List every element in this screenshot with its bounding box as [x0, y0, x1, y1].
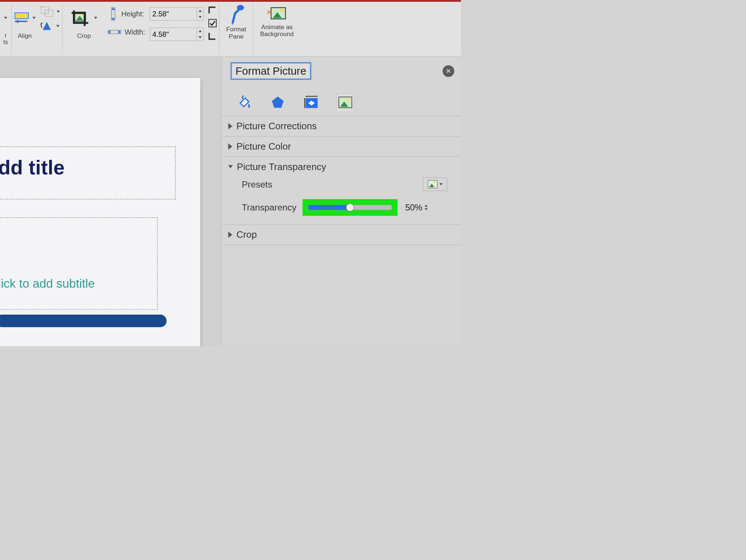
svg-point-18: [280, 9, 283, 12]
expand-icon: [228, 143, 232, 150]
align-label: Align: [18, 32, 32, 40]
transparency-label: Transparency: [242, 202, 298, 213]
transparency-value[interactable]: 50%: [405, 203, 422, 213]
slide-canvas[interactable]: dd title lick to add subtitle: [0, 78, 200, 346]
crop-label: Crop: [77, 32, 91, 40]
picture-icon: [338, 96, 352, 108]
lock-aspect-checkbox[interactable]: [208, 19, 216, 27]
height-input[interactable]: 2.58": [150, 7, 204, 21]
picture-transparency-header[interactable]: Picture Transparency: [228, 161, 454, 172]
animate-background-label: Animate as Background: [260, 23, 294, 38]
ribbon-picture-format: r ts Align: [0, 2, 461, 57]
expand-icon: [228, 232, 232, 238]
paint-bucket-icon: [236, 95, 252, 110]
subtitle-placeholder-text: lick to add subtitle: [0, 277, 95, 290]
picture-color-section[interactable]: Picture Color: [221, 137, 461, 157]
align-icon: [14, 12, 29, 24]
rotate-dropdown[interactable]: [40, 19, 59, 33]
picture-transparency-label: Picture Transparency: [237, 161, 326, 172]
collapse-icon: [228, 165, 233, 169]
crop-icon: [71, 9, 91, 27]
width-value: 4.58": [152, 30, 169, 39]
svg-point-31: [433, 182, 435, 184]
picture-transparency-section: Picture Transparency Presets Transparenc…: [221, 157, 461, 225]
group-dropdown[interactable]: [40, 4, 60, 19]
crop-section[interactable]: Crop: [221, 225, 461, 245]
subtitle-placeholder[interactable]: lick to add subtitle: [0, 217, 158, 309]
transparency-slider[interactable]: [309, 205, 392, 210]
svg-rect-0: [15, 13, 28, 19]
height-value: 2.58": [152, 10, 169, 18]
picture-corrections-label: Picture Corrections: [236, 121, 317, 132]
svg-rect-15: [209, 19, 216, 27]
width-input[interactable]: 4.58": [150, 27, 204, 41]
crop-dropdown[interactable]: Crop: [63, 4, 105, 56]
svg-marker-4: [43, 22, 51, 30]
size-tab[interactable]: [303, 93, 321, 111]
slide-area: dd title lick to add subtitle: [0, 58, 221, 346]
title-placeholder[interactable]: dd title: [0, 146, 176, 199]
format-pane-label: Format Pane: [226, 25, 246, 40]
transparency-spinner[interactable]: [425, 205, 428, 210]
crop-section-label: Crop: [236, 229, 257, 240]
group-icon: [40, 6, 54, 17]
format-pane-button[interactable]: Format Pane: [219, 4, 253, 56]
reorder-label-1: r: [5, 32, 7, 39]
reorder-label-2: ts: [3, 39, 8, 46]
picture-corrections-section[interactable]: Picture Corrections: [221, 117, 461, 137]
corner-bottom-icon: [208, 32, 216, 40]
effects-tab[interactable]: [269, 93, 287, 111]
picture-tab[interactable]: [336, 93, 354, 111]
fill-tab[interactable]: [235, 93, 253, 111]
height-icon: [109, 7, 118, 21]
width-icon: [107, 27, 121, 36]
animate-background-button[interactable]: Animate as Background: [253, 4, 300, 56]
svg-marker-1: [15, 20, 19, 23]
svg-marker-20: [267, 10, 271, 14]
format-pane-tabs: [221, 84, 461, 116]
svg-point-28: [347, 98, 349, 101]
format-pane: Format Picture Picture Corrections Pictu…: [221, 58, 461, 346]
corner-top-icon: [208, 6, 216, 14]
title-placeholder-text: dd title: [0, 156, 64, 179]
close-pane-button[interactable]: [443, 65, 454, 77]
picture-color-label: Picture Color: [236, 141, 291, 152]
svg-marker-21: [272, 96, 284, 108]
svg-point-16: [237, 5, 244, 11]
rotate-icon: [40, 21, 53, 31]
decorative-bar: [0, 315, 166, 327]
expand-icon: [228, 123, 232, 129]
transparency-slider-highlight: [303, 199, 398, 216]
format-pane-icon: [228, 4, 244, 25]
animate-background-icon: [266, 4, 288, 22]
size-properties-icon: [303, 95, 320, 110]
width-label: Width:: [125, 28, 145, 36]
format-pane-title: Format Picture: [231, 62, 311, 80]
height-label: Height:: [121, 10, 144, 18]
presets-label: Presets: [242, 179, 303, 189]
align-dropdown[interactable]: Align: [12, 4, 38, 56]
transparency-presets-dropdown[interactable]: [423, 178, 448, 191]
preset-picture-icon: [428, 180, 437, 188]
pentagon-icon: [271, 95, 285, 110]
